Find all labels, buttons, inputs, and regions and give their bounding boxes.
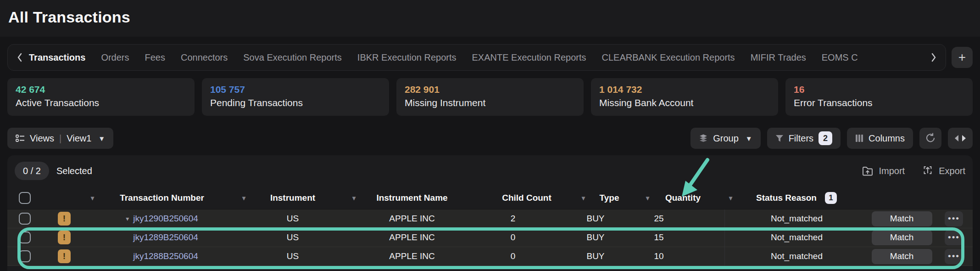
warning-icon: ! [58, 212, 71, 226]
tab-fees[interactable]: Fees [137, 52, 173, 63]
add-tab-button[interactable]: + [952, 47, 973, 68]
import-button[interactable]: Import [862, 165, 905, 176]
group-button[interactable]: Group ▼ [690, 128, 760, 149]
match-button[interactable]: Match [872, 249, 932, 264]
cell-transaction-number[interactable]: jky1290B250604 [133, 214, 198, 224]
column-menu-icon[interactable]: ▾ [91, 194, 94, 202]
column-menu-icon[interactable]: ▾ [646, 194, 649, 202]
cell-quantity: 10 [641, 247, 724, 265]
table-header-row: ▾ Transaction Number ▾ Instrument ▾ Inst… [7, 186, 973, 209]
row-checkbox[interactable] [19, 213, 31, 225]
tab-bar: TransactionsOrdersFeesConnectorsSova Exe… [7, 44, 946, 71]
tab-mifir-trades[interactable]: MIFIR Trades [743, 52, 814, 63]
cell-status-reason: Not_matched [724, 209, 869, 228]
transactions-panel: 0 / 2 Selected Import Export [7, 155, 973, 271]
tab-connectors[interactable]: Connectors [173, 52, 235, 63]
filter-funnel-icon [775, 135, 784, 142]
header-cell-instrument-name: ▾ Instrument Name [348, 186, 476, 209]
match-button[interactable]: Match [872, 211, 932, 226]
tabs-scroll-right-icon[interactable] [928, 52, 939, 62]
cell-instrument: US [238, 247, 348, 265]
row-menu-button[interactable]: ••• [945, 249, 963, 264]
folder-upload-icon [862, 165, 874, 176]
table-row[interactable]: ! ▾ jky1289B250604 US APPLE INC 0 BUY 15… [7, 228, 973, 247]
header-cell-select [7, 186, 42, 209]
group-label: Group [713, 133, 739, 144]
col-label-instrument-name[interactable]: Instrument Name [376, 193, 447, 203]
views-label: Views [30, 133, 54, 144]
row-checkbox[interactable] [19, 231, 31, 243]
tab-clearbank-execution-reports[interactable]: CLEARBANK Execution Reports [594, 52, 742, 63]
filters-button[interactable]: Filters 2 [767, 128, 841, 149]
col-label-transaction-number[interactable]: Transaction Number [120, 193, 204, 203]
row-menu-button[interactable]: ••• [945, 230, 963, 245]
refresh-button[interactable] [919, 128, 941, 149]
cell-transaction-number[interactable]: jky1288B250604 [133, 251, 198, 261]
col-label-instrument[interactable]: Instrument [270, 193, 315, 203]
stat-value: 282 901 [405, 84, 575, 95]
views-button[interactable]: Views | View1 ▼ [7, 128, 113, 149]
refresh-icon [925, 133, 936, 144]
previous-page-icon[interactable] [955, 135, 958, 141]
column-menu-icon[interactable]: ▾ [242, 194, 245, 202]
cell-instrument-name: APPLE INC [348, 247, 476, 265]
stat-card-missing-bank-account: 1 014 732Missing Bank Account [591, 78, 778, 116]
cell-type: BUY [577, 247, 641, 265]
col-label-type[interactable]: Type [600, 193, 619, 203]
stat-label: Missing Bank Account [599, 97, 770, 108]
tab-ibkr-execution-reports[interactable]: IBKR Execution Reports [350, 52, 464, 63]
export-button[interactable]: Export [922, 165, 965, 176]
column-menu-icon[interactable]: ▾ [582, 194, 585, 202]
stat-card-pending-transactions: 105 757Pending Transactions [202, 78, 389, 116]
warning-icon: ! [58, 249, 71, 263]
views-list-icon [16, 134, 25, 142]
views-divider: | [59, 133, 61, 144]
row-checkbox[interactable] [19, 250, 31, 262]
header-cell-child-count: Child Count [476, 186, 577, 209]
stat-label: Error Transactions [794, 97, 964, 108]
title-bar: All Transactions [0, 0, 980, 37]
stat-value: 1 014 732 [599, 84, 770, 95]
tab-exante-execution-reports[interactable]: EXANTE Execution Reports [464, 52, 594, 63]
cell-type: BUY [577, 228, 641, 247]
tab-orders[interactable]: Orders [93, 52, 137, 63]
table-row[interactable]: ! ▾ jky1290B250604 US APPLE INC 2 BUY 25… [7, 209, 973, 228]
row-expand-icon[interactable]: ▾ [126, 215, 129, 222]
header-cell-type: ▾ Type [577, 186, 641, 209]
tab-transactions[interactable]: Transactions [25, 52, 93, 63]
cell-transaction-number[interactable]: jky1289B250604 [133, 232, 198, 243]
export-label: Export [939, 166, 965, 176]
tab-sova-execution-reports[interactable]: Sova Execution Reports [235, 52, 350, 63]
table-row[interactable]: ! ▾ jky1288B250604 US APPLE INC 0 BUY 10… [7, 247, 973, 266]
chevron-down-icon: ▼ [98, 135, 105, 142]
select-all-checkbox[interactable] [19, 192, 31, 204]
header-cell-instrument: ▾ Instrument [238, 186, 348, 209]
import-label: Import [879, 166, 905, 176]
column-menu-icon[interactable]: ▾ [352, 194, 356, 202]
pager-button[interactable] [948, 128, 973, 149]
columns-button[interactable]: Columns [847, 128, 913, 149]
ellipsis-icon: ••• [948, 251, 960, 261]
cell-status-reason: Not_matched [724, 228, 869, 247]
cell-instrument: US [238, 209, 348, 228]
column-menu-icon[interactable]: ▾ [729, 194, 732, 202]
col-label-status-reason[interactable]: Status Reason [756, 193, 817, 203]
stat-value: 16 [794, 84, 964, 95]
col-label-quantity[interactable]: Quantity [665, 193, 701, 203]
layers-icon [699, 134, 708, 143]
tabs-scroll-left-icon[interactable] [14, 52, 25, 62]
filters-count-badge: 2 [819, 131, 832, 145]
toolbar: Views | View1 ▼ Group ▼ Filters 2 [7, 128, 973, 149]
match-button[interactable]: Match [872, 230, 932, 245]
tab-list: TransactionsOrdersFeesConnectorsSova Exe… [25, 52, 928, 63]
cell-instrument: US [238, 228, 348, 247]
col-label-child-count[interactable]: Child Count [502, 193, 551, 203]
header-cell-quantity: ▾ Quantity [641, 186, 724, 209]
row-menu-button[interactable]: ••• [945, 211, 963, 226]
header-cell-status-reason: ▾ Status Reason 1 [724, 186, 869, 209]
next-page-icon[interactable] [962, 135, 966, 141]
cell-child-count: 0 [476, 228, 577, 247]
tab-eoms-c[interactable]: EOMS C [814, 52, 866, 63]
header-cell-action [869, 186, 935, 209]
export-icon [922, 165, 933, 176]
